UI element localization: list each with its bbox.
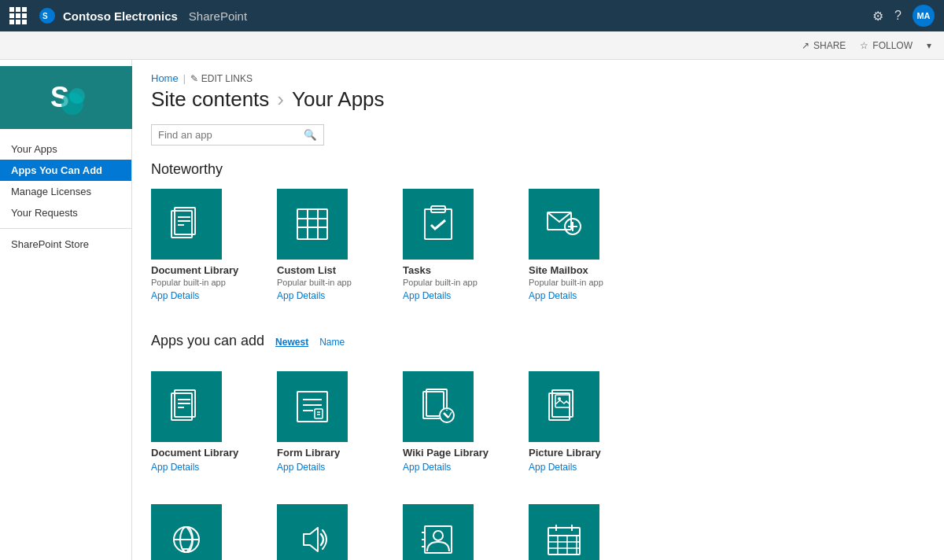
search-icon: 🔍	[304, 129, 317, 141]
app-name-text: Wiki Page Library	[403, 447, 513, 459]
app-subtitle: Popular built-in app	[277, 278, 387, 287]
share-icon: ↗	[802, 40, 809, 51]
brand-logo-area: S Contoso Electronics	[38, 6, 178, 25]
app-item-announcements[interactable]: Announcements App Details	[277, 504, 387, 560]
pencil-icon: ✎	[190, 73, 198, 84]
app-name-text: Tasks	[403, 264, 513, 276]
app-item-contacts[interactable]: Contacts App Details	[403, 504, 513, 560]
app-subtitle: Popular built-in app	[529, 278, 639, 287]
apps-you-can-add-grid: Document Library App Details Fo	[151, 371, 925, 485]
svg-rect-55	[548, 528, 580, 554]
app-item-links[interactable]: Links App Details	[151, 504, 261, 560]
app-subtitle: Popular built-in app	[403, 278, 513, 287]
app-item-site-mailbox[interactable]: Site Mailbox Popular built-in app App De…	[529, 189, 639, 301]
app-details-link[interactable]: App Details	[403, 290, 451, 301]
edit-links-label: EDIT LINKS	[201, 73, 253, 84]
app-subtitle: Popular built-in app	[151, 278, 261, 287]
sidebar-item-manage-licenses[interactable]: Manage Licenses	[0, 181, 131, 202]
svg-text:S: S	[42, 12, 48, 20]
custom-list-icon	[277, 189, 348, 260]
follow-button[interactable]: ☆ FOLLOW	[860, 40, 913, 51]
app-details-link[interactable]: App Details	[529, 290, 577, 301]
app-details-link[interactable]: App Details	[277, 290, 325, 301]
brand-icon: S	[38, 6, 57, 25]
app-details-link[interactable]: App Details	[529, 462, 577, 473]
title-separator: ›	[277, 87, 284, 112]
picture-library-icon	[529, 371, 599, 442]
main-layout: S Your Apps Apps You Can Add Manage Lice…	[0, 60, 944, 560]
search-button[interactable]: 🔍	[297, 125, 323, 145]
brand-name: Contoso Electronics	[63, 9, 178, 23]
app-details-link[interactable]: App Details	[151, 290, 199, 301]
app-item-picture-library[interactable]: Picture Library App Details	[529, 371, 639, 473]
links-icon	[151, 504, 222, 560]
doc-lib-add-icon	[151, 371, 222, 442]
app-name: SharePoint	[189, 9, 247, 23]
announcements-icon	[277, 504, 348, 560]
apps-you-can-add-heading: Apps you can add	[151, 333, 264, 349]
svg-rect-11	[297, 209, 327, 239]
action-bar: ↗ SHARE ☆ FOLLOW ▾	[0, 31, 944, 60]
site-logo: S	[0, 66, 132, 129]
app-item-doc-lib-add[interactable]: Document Library App Details	[151, 371, 261, 473]
svg-point-5	[69, 88, 85, 104]
search-box: 🔍	[151, 124, 324, 146]
app-item-wiki-page-library[interactable]: Wiki Page Library App Details	[403, 371, 513, 473]
svg-rect-16	[425, 209, 452, 239]
noteworthy-heading: Noteworthy	[151, 161, 925, 178]
sidebar-nav: Your Apps Apps You Can Add Manage Licens…	[0, 138, 131, 255]
sort-name-link[interactable]: Name	[319, 337, 345, 348]
breadcrumb: Home | ✎ EDIT LINKS	[151, 72, 925, 84]
sidebar-item-sharepoint-store[interactable]: SharePoint Store	[0, 234, 131, 255]
your-apps-text: Your Apps	[292, 87, 385, 112]
app-details-link[interactable]: App Details	[151, 462, 199, 473]
help-icon[interactable]: ?	[894, 9, 902, 23]
waffle-menu[interactable]	[9, 7, 27, 24]
tasks-icon	[403, 189, 474, 260]
svg-point-51	[433, 531, 443, 540]
site-mailbox-icon	[529, 189, 599, 260]
calendar-icon	[529, 504, 599, 560]
search-input[interactable]	[152, 125, 297, 145]
sidebar-item-your-requests[interactable]: Your Requests	[0, 202, 131, 223]
noteworthy-apps-grid: Document Library Popular built-in app Ap…	[151, 189, 925, 314]
svg-rect-43	[555, 395, 570, 407]
site-contents-text: Site contents	[151, 87, 269, 112]
app-name-text: Picture Library	[529, 447, 639, 459]
settings-icon[interactable]: ⚙	[872, 9, 883, 24]
sort-newest-link[interactable]: Newest	[275, 337, 308, 348]
breadcrumb-separator: |	[183, 73, 186, 84]
follow-label: FOLLOW	[872, 40, 913, 51]
app-name-text: Site Mailbox	[529, 264, 639, 276]
app-name-text: Document Library	[151, 264, 261, 276]
breadcrumb-home[interactable]: Home	[151, 72, 179, 84]
app-item-document-library[interactable]: Document Library Popular built-in app Ap…	[151, 189, 261, 301]
sidebar: S Your Apps Apps You Can Add Manage Lice…	[0, 60, 132, 560]
app-item-calendar[interactable]: Calendar App Details	[529, 504, 639, 560]
document-library-icon	[151, 189, 222, 260]
apps-section-heading-row: Apps you can add Newest Name	[151, 333, 925, 360]
app-item-custom-list[interactable]: Custom List Popular built-in app App Det…	[277, 189, 387, 301]
top-navigation: S Contoso Electronics SharePoint ⚙ ? MA	[0, 0, 944, 31]
app-details-link[interactable]: App Details	[403, 462, 451, 473]
page-title: Site contents › Your Apps	[151, 87, 925, 112]
svg-rect-31	[315, 409, 323, 418]
app-item-tasks[interactable]: Tasks Popular built-in app App Details	[403, 189, 513, 301]
sidebar-divider	[0, 228, 131, 229]
app-name-text: Custom List	[277, 264, 387, 276]
form-library-icon	[277, 371, 348, 442]
more-button[interactable]: ▾	[927, 40, 931, 51]
app-item-form-library[interactable]: Form Library App Details	[277, 371, 387, 473]
avatar[interactable]: MA	[913, 5, 935, 27]
edit-links-button[interactable]: ✎ EDIT LINKS	[190, 73, 253, 84]
share-button[interactable]: ↗ SHARE	[802, 40, 846, 51]
sidebar-item-your-apps[interactable]: Your Apps	[0, 138, 131, 160]
contacts-icon	[403, 504, 474, 560]
wiki-page-library-icon	[403, 371, 474, 442]
app-name-text: Document Library	[151, 447, 261, 459]
share-label: SHARE	[813, 40, 846, 51]
main-content: Home | ✎ EDIT LINKS Site contents › Your…	[132, 60, 944, 560]
app-name-text: Form Library	[277, 447, 387, 459]
app-details-link[interactable]: App Details	[277, 462, 325, 473]
sidebar-item-apps-you-can-add[interactable]: Apps You Can Add	[0, 160, 131, 181]
